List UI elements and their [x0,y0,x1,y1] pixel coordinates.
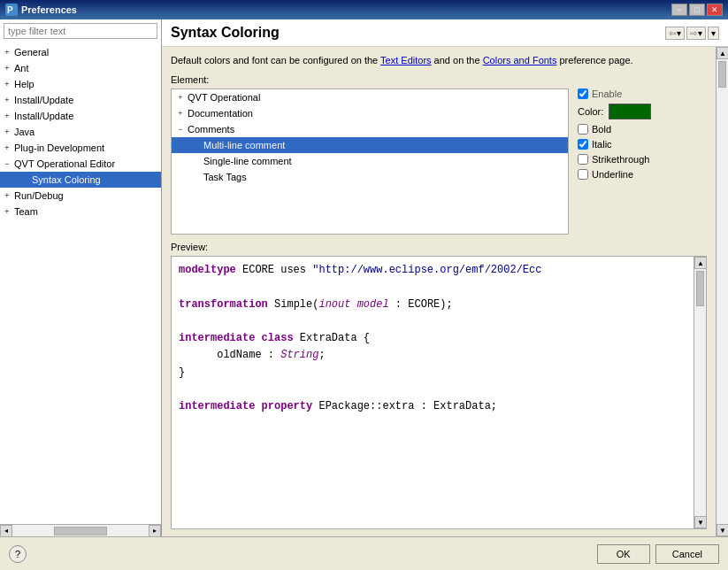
sidebar-item-qvt-editor[interactable]: − QVT Operational Editor [0,156,161,172]
back-dropdown-icon[interactable]: ▾ [677,28,681,38]
colors-fonts-link[interactable]: Colors and Fonts [483,55,557,65]
elem-task-tags[interactable]: Task Tags [172,169,568,185]
preview-section: Preview: modeltype ECORE uses "http://ww… [171,242,707,529]
preview-vscrollbar[interactable]: ▲ ▼ [694,257,706,528]
italic-label: Italic [592,139,612,150]
italic-checkbox[interactable] [578,139,588,150]
title-bar: P Preferences − □ ✕ [0,0,728,19]
app-icon: P [5,4,18,16]
underline-checkbox[interactable] [578,169,588,180]
elem-label: Comments [188,124,234,135]
help-button[interactable]: ? [9,545,27,563]
sidebar-item-syntax-coloring[interactable]: Syntax Coloring [0,172,161,188]
elem-label: QVT Operational [188,92,260,103]
preview-box: modeltype ECORE uses "http://www.eclipse… [171,256,707,529]
hscroll-left-btn[interactable]: ◂ [0,525,12,537]
expander-team: + [0,204,14,219]
sidebar-item-help[interactable]: + Help [0,76,161,92]
underline-label: Underline [592,169,633,180]
vscroll-up-btn[interactable]: ▲ [717,47,728,59]
sidebar-item-java[interactable]: + Java [0,124,161,140]
hscroll-track [12,525,149,537]
forward-dropdown-icon[interactable]: ▾ [698,28,702,38]
sidebar-item-general[interactable]: + General [0,44,161,60]
dialog-buttons: OK Cancel [597,544,719,564]
sidebar-item-label: General [14,47,49,58]
color-label: Color: [578,106,603,117]
element-section: + QVT Operational + Documentation − Comm… [171,89,707,235]
vscroll-track [717,59,728,524]
sidebar: + General + Ant + Help + Install/Update … [0,19,162,536]
back-button[interactable]: ⇦ ▾ [665,27,685,40]
content-header: Syntax Coloring ⇦ ▾ ⇨ ▾ ▾ [162,19,728,47]
forward-arrow-icon: ⇨ [690,28,697,38]
sidebar-item-label: Java [14,127,34,137]
sidebar-item-label: Ant [14,63,29,73]
preview-line-3: transformation Simple(inout model : ECOR… [179,297,686,313]
elem-label: Task Tags [203,172,247,182]
close-button[interactable]: ✕ [707,4,723,16]
expander-install1: + [0,93,14,107]
forward-button[interactable]: ⇨ ▾ [686,27,706,40]
sidebar-item-ant[interactable]: + Ant [0,60,161,76]
text-editors-link[interactable]: Text Editors [380,55,431,65]
window-title: Preferences [21,4,668,15]
sidebar-item-label: Help [14,79,34,89]
filter-input[interactable] [4,23,157,39]
vscroll-down-btn[interactable]: ▼ [717,524,728,536]
hscroll-right-btn[interactable]: ▸ [149,525,161,537]
menu-button[interactable]: ▾ [708,27,719,40]
preview-content[interactable]: modeltype ECORE uses "http://www.eclipse… [172,257,694,528]
sidebar-item-install2[interactable]: + Install/Update [0,108,161,124]
maximize-button[interactable]: □ [689,4,705,16]
elem-documentation[interactable]: + Documentation [172,105,568,121]
elem-comments[interactable]: − Comments [172,121,568,137]
preview-line-6: oldName : String; [179,347,686,364]
preview-scroll-thumb[interactable] [696,271,704,306]
preview-scroll-up-btn[interactable]: ▲ [694,257,707,269]
cancel-button[interactable]: Cancel [655,544,719,564]
expander-install2: + [0,109,14,123]
menu-dropdown-icon: ▾ [711,28,716,38]
hscroll-thumb[interactable] [54,527,107,535]
bold-label: Bold [592,124,611,135]
vscroll-thumb[interactable] [718,61,726,88]
elem-singleline-comment[interactable]: Single-line comment [172,153,568,169]
sidebar-item-team[interactable]: + Team [0,204,161,220]
color-row: Color: [578,104,693,119]
color-swatch[interactable] [609,104,651,119]
enable-checkbox[interactable] [578,89,588,99]
elem-expander-doc: + [173,106,188,120]
minimize-button[interactable]: − [671,4,687,16]
elem-expander-multi [189,138,203,152]
expander-syntax [18,173,32,187]
sidebar-item-label: Run/Debug [14,190,64,201]
preview-scroll-track [694,269,706,516]
element-tree[interactable]: + QVT Operational + Documentation − Comm… [171,89,569,235]
bold-checkbox[interactable] [578,124,588,135]
elem-label: Single-line comment [203,156,292,166]
bottom-bar: ? OK Cancel [0,536,728,570]
elem-expander-single [189,154,203,168]
preview-scroll-down-btn[interactable]: ▼ [694,516,707,528]
elem-expander-qvt: + [173,90,188,104]
expander-java: + [0,125,14,139]
sidebar-item-install1[interactable]: + Install/Update [0,92,161,108]
sidebar-item-label: Install/Update [14,111,73,121]
preview-label: Preview: [171,242,707,252]
main-vscrollbar[interactable]: ▲ ▼ [716,47,728,536]
bold-row: Bold [578,124,693,135]
elem-label: Documentation [188,108,253,119]
sidebar-item-rundebug[interactable]: + Run/Debug [0,188,161,204]
preview-line-5: intermediate class ExtraData { [179,330,686,347]
enable-row: Enable [578,89,693,99]
element-label: Element: [171,74,707,85]
preview-line-1: modeltype ECORE uses "http://www.eclipse… [179,262,686,279]
strikethrough-checkbox[interactable] [578,154,588,165]
ok-button[interactable]: OK [597,544,650,564]
sidebar-item-plugin[interactable]: + Plug-in Development [0,140,161,156]
elem-label: Multi-line comment [203,140,285,150]
elem-multiline-comment[interactable]: Multi-line comment [172,137,568,153]
elem-qvt-operational[interactable]: + QVT Operational [172,89,568,105]
sidebar-hscrollbar[interactable]: ◂ ▸ [0,524,161,536]
